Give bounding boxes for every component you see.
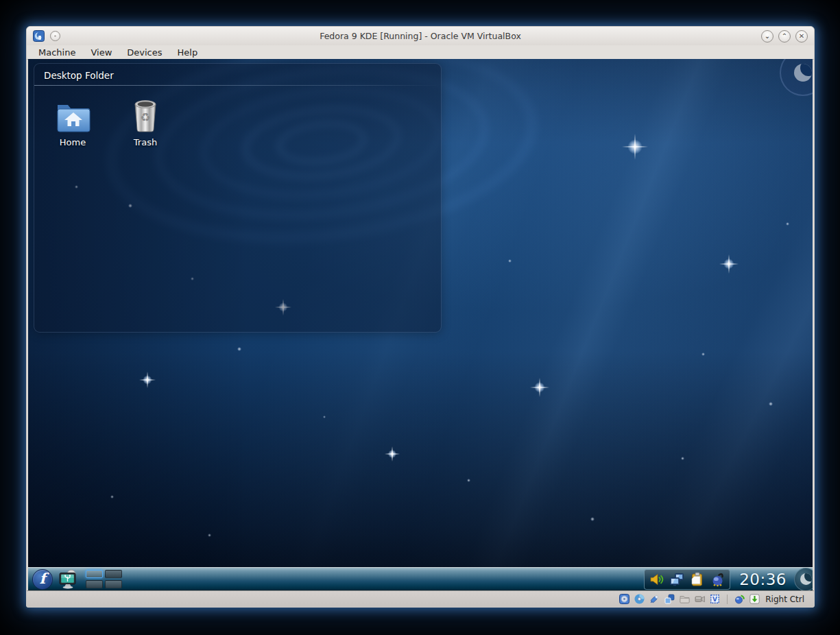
guest-screen[interactable]: Desktop Folder [28,59,813,590]
titlebar[interactable]: Fedora 9 KDE [Running] - Oracle VM Virtu… [27,27,814,45]
star-sparkle [530,378,549,397]
trash-icon: ♻ [132,97,158,132]
mouse-integration-icon[interactable] [734,593,745,605]
folder-view-title: Desktop Folder [34,64,441,81]
network-adapter-icon[interactable] [649,593,660,605]
desktop-icon-trash[interactable]: ♻ Trash [119,97,171,147]
star-sparkle [622,134,648,160]
desktop-icon-label: Trash [134,137,157,147]
pager-desktop-3[interactable] [86,580,103,588]
close-button[interactable]: ✕ [795,30,808,43]
video-capture-icon[interactable] [694,593,706,605]
shared-folders-icon[interactable] [679,593,691,605]
home-folder-icon [55,97,91,132]
device-notifier-icon[interactable] [58,569,78,590]
screenshot-root: Fedora 9 KDE [Running] - Oracle VM Virtu… [0,0,840,635]
hostkey-label: Right Ctrl [765,595,804,604]
vbox-statusbar: V Right Ctrl [27,590,814,607]
star-sparkle [139,372,156,388]
desktop-icon-home[interactable]: Home [47,97,99,147]
maximize-button[interactable]: ⌃ [778,30,791,43]
minimize-button[interactable]: ⌄ [761,30,773,43]
shared-clipboard-icon[interactable] [664,593,675,605]
window-menu-button[interactable] [50,31,60,41]
pager-desktop-2[interactable] [105,570,122,578]
volume-icon[interactable] [649,572,664,587]
statusbar-separator [727,595,728,604]
pager-desktop-1[interactable] [86,570,103,578]
desktop-folder-widget[interactable]: Desktop Folder [34,63,442,333]
menu-help[interactable]: Help [171,47,204,58]
panel-cashew-icon[interactable] [794,568,813,591]
network-monitors-icon[interactable] [669,572,684,587]
svg-text:V: V [712,596,717,603]
kde-panel: f [28,567,813,590]
hard-disk-icon[interactable] [619,593,630,605]
window-title: Fedora 9 KDE [Running] - Oracle VM Virtu… [27,31,814,41]
virtualization-chip-icon[interactable]: V [709,593,721,605]
fedora-logo-icon: f [39,571,45,586]
panel-clock[interactable]: 20:36 [739,571,787,588]
kickoff-menu-button[interactable]: f [32,569,53,590]
menu-view[interactable]: View [84,47,118,58]
cd-dvd-icon[interactable] [634,593,645,605]
clipboard-icon[interactable] [690,572,705,587]
menubar: Machine View Devices Help [27,45,814,60]
virtualbox-window: Fedora 9 KDE [Running] - Oracle VM Virtu… [26,26,815,608]
star-sparkle [385,446,400,462]
hostkey-capture-icon[interactable] [749,593,760,605]
svg-text:♻: ♻ [140,110,150,124]
desktop-icon-label: Home [60,137,86,147]
vm-window-icon [33,30,45,42]
star-sparkle [719,254,739,274]
system-tray [644,569,730,590]
menu-machine[interactable]: Machine [32,47,82,58]
menu-devices[interactable]: Devices [121,47,168,58]
pager-desktop-4[interactable] [105,580,122,588]
notifier-bug-icon[interactable] [710,572,725,587]
desktop-pager[interactable] [86,570,122,588]
